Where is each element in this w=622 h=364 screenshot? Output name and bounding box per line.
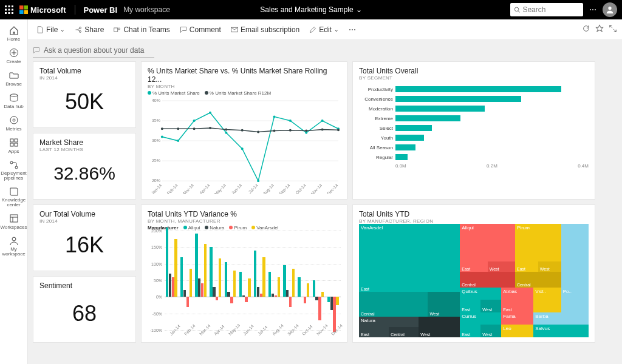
legend-item: Aliqui [188,225,200,231]
email-subscription-button[interactable]: Email subscription [227,23,303,36]
share-button[interactable]: Share [71,23,108,36]
nav-label: Metrics [6,126,22,132]
microsoft-label: Microsoft [30,5,66,15]
nav-label: Apps [8,149,19,154]
svg-point-58 [209,127,211,129]
svg-text:30%: 30% [152,138,160,143]
svg-rect-21 [15,139,18,142]
nav-pipelines[interactable]: Deployment pipelines [1,158,27,183]
svg-point-55 [161,127,163,130]
nav-label: Workspaces [1,224,27,230]
svg-line-14 [518,11,520,13]
microsoft-logo: Microsoft [19,5,66,15]
favorite-icon[interactable] [595,24,604,35]
svg-point-50 [273,115,276,118]
chevron-down-icon: ⌄ [334,27,339,33]
svg-point-56 [177,127,179,130]
tile-title: Total Units Overall [359,67,589,75]
tile-subtitle: LAST 12 MONTHS [39,147,129,152]
left-nav: Home Create Browse Data hub Metrics Apps… [0,19,28,364]
kpi-value: 32.86% [39,152,129,194]
svg-text:Sep-14: Sep-14 [278,183,292,194]
refresh-icon[interactable] [582,24,590,35]
line-legend: % Units Market Share % Units Market Shar… [148,90,341,96]
nav-my-workspace[interactable]: My workspace [1,234,27,259]
nav-create[interactable]: Create [1,46,27,67]
tile-total-volume[interactable]: Total Volume IN 2014 50K [33,61,136,128]
variance-chart: -100%-50%0%50%100%150%200%Jan-14Feb-14Ma… [148,231,341,337]
report-toolbar: File⌄ Share Chat in Teams Comment Email … [28,19,622,40]
tile-sentiment[interactable]: Sentiment 68 [33,276,136,343]
nav-apps[interactable]: Apps [1,135,27,157]
tile-market-share[interactable]: Market Share LAST 12 MONTHS 32.86% [33,133,136,200]
fullscreen-icon[interactable] [609,24,617,35]
nav-metrics[interactable]: Metrics [1,113,27,134]
more-toolbar-button[interactable]: ⋯ [345,23,360,36]
tile-total-units-ytd[interactable]: Total Units YTD BY MANUFACTURER, REGION … [352,204,595,343]
file-menu[interactable]: File⌄ [33,23,69,36]
svg-point-59 [225,129,227,131]
legend-item: % Units Market Share R12M [210,90,271,96]
chat-bubble-icon [33,47,40,54]
search-input[interactable] [522,5,579,14]
svg-rect-12 [24,10,29,15]
svg-text:20%: 20% [152,178,160,183]
svg-text:May-14: May-14 [214,183,227,194]
app-launcher-icon[interactable] [5,5,13,14]
file-label: File [46,25,58,34]
kpi-value: 50K [39,81,129,123]
svg-text:Jun-14: Jun-14 [231,183,243,194]
chevron-down-icon: ⌄ [356,5,362,14]
svg-text:Apr-14: Apr-14 [199,183,211,194]
svg-point-47 [225,132,227,134]
svg-point-46 [209,112,211,114]
svg-point-25 [15,166,18,169]
report-title-dropdown[interactable]: Sales and Marketing Sample ⌄ [260,5,361,14]
book-icon [9,187,19,197]
tile-title: Total Volume [39,67,129,75]
svg-rect-5 [12,9,13,11]
comment-label: Comment [190,25,221,34]
svg-point-63 [289,129,292,132]
teams-icon [114,26,121,33]
nav-datahub[interactable]: Data hub [1,90,27,112]
tile-total-units-overall[interactable]: Total Units Overall BY SEGMENT Productiv… [352,61,595,200]
svg-point-45 [193,120,196,122]
svg-rect-9 [19,5,24,10]
nav-workspaces[interactable]: Workspaces [1,211,27,232]
chevron-down-icon: ⌄ [60,27,65,33]
svg-point-62 [273,130,276,132]
nav-browse[interactable]: Browse [1,68,27,89]
global-header: Microsoft Power BI My workspace Sales an… [0,0,622,19]
nav-label: Deployment pipelines [1,171,27,181]
workspace-name[interactable]: My workspace [123,5,170,14]
qna-input[interactable]: Ask a question about your data [33,44,154,58]
mail-icon [231,26,238,33]
nav-knowledge[interactable]: Knowledge center [1,184,27,210]
tile-variance[interactable]: Total Units YTD Variance % BY MONTH, MAN… [141,204,347,343]
svg-text:Oct-14: Oct-14 [295,183,307,194]
chat-teams-button[interactable]: Chat in Teams [110,23,173,36]
folder-icon [9,70,19,80]
svg-point-48 [241,147,244,150]
svg-point-43 [161,135,163,138]
tile-subtitle: BY MONTH [148,84,341,89]
svg-point-19 [13,119,15,121]
comment-button[interactable]: Comment [176,23,225,36]
legend-item: Natura [210,225,224,231]
svg-point-13 [514,7,519,12]
svg-point-29 [80,30,81,32]
more-options-icon[interactable]: ⋯ [589,5,596,14]
tile-our-total-volume[interactable]: Our Total Volume IN 2014 16K [33,204,136,271]
search-box[interactable] [510,3,583,16]
user-avatar[interactable] [603,2,617,17]
svg-rect-22 [10,143,13,146]
nav-home[interactable]: Home [1,23,27,44]
tile-subtitle: BY MONTH, MANUFACTURER [148,218,341,224]
tile-subtitle: IN 2014 [39,75,129,81]
kpi-value: 16K [39,224,129,266]
svg-point-60 [241,129,244,132]
tile-market-share-line[interactable]: % Units Market Share vs. % Units Market … [141,61,347,200]
edit-button[interactable]: Edit⌄ [306,23,343,36]
target-icon [9,115,19,125]
